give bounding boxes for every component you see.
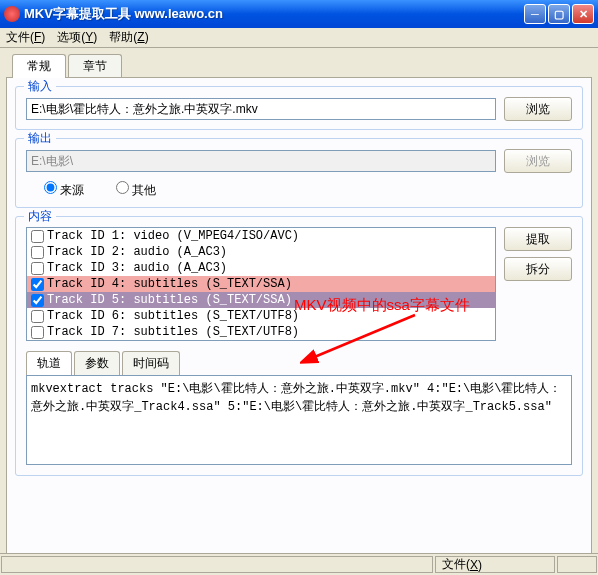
input-browse-button[interactable]: 浏览 <box>504 97 572 121</box>
track-text: Track ID 4: subtitles (S_TEXT/SSA) <box>47 277 292 291</box>
menu-options[interactable]: 选项(Y) <box>57 29 97 46</box>
output-group: 输出 浏览 来源 其他 <box>15 138 583 208</box>
minimize-button[interactable]: ─ <box>524 4 546 24</box>
close-button[interactable]: ✕ <box>572 4 594 24</box>
track-row[interactable]: Track ID 2: audio (A_AC3) <box>27 244 495 260</box>
output-path[interactable] <box>26 150 496 172</box>
output-label: 输出 <box>24 130 56 147</box>
content-group: 内容 Track ID 1: video (V_MPEG4/ISO/AVC)Tr… <box>15 216 583 476</box>
tab-content: 输入 浏览 输出 浏览 来源 其他 内容 Track ID 1: video (… <box>6 77 592 575</box>
track-row[interactable]: Track ID 6: subtitles (S_TEXT/UTF8) <box>27 308 495 324</box>
track-text: Track ID 3: audio (A_AC3) <box>47 261 227 275</box>
track-text: Track ID 5: subtitles (S_TEXT/SSA) <box>47 293 292 307</box>
titlebar: MKV字幕提取工具 www.leawo.cn ─ ▢ ✕ <box>0 0 598 28</box>
radio-other[interactable]: 其他 <box>116 183 156 197</box>
input-group: 输入 浏览 <box>15 86 583 130</box>
input-label: 输入 <box>24 78 56 95</box>
track-text: Track ID 6: subtitles (S_TEXT/UTF8) <box>47 309 299 323</box>
track-checkbox[interactable] <box>31 230 44 243</box>
titlebar-text: MKV字幕提取工具 www.leawo.cn <box>24 5 522 23</box>
inner-tab-timecode[interactable]: 时间码 <box>122 351 180 375</box>
status-file[interactable]: 文件(X) <box>435 556 555 573</box>
app-icon <box>4 6 20 22</box>
command-output[interactable]: mkvextract tracks "E:\电影\霍比特人：意外之旅.中英双字.… <box>26 375 572 465</box>
menu-file[interactable]: 文件(F) <box>6 29 45 46</box>
track-checkbox[interactable] <box>31 310 44 323</box>
track-text: Track ID 2: audio (A_AC3) <box>47 245 227 259</box>
track-list[interactable]: Track ID 1: video (V_MPEG4/ISO/AVC)Track… <box>26 227 496 341</box>
status-right <box>557 556 597 573</box>
maximize-button[interactable]: ▢ <box>548 4 570 24</box>
statusbar: 文件(X) <box>0 553 598 575</box>
extract-button[interactable]: 提取 <box>504 227 572 251</box>
output-browse-button: 浏览 <box>504 149 572 173</box>
track-checkbox[interactable] <box>31 262 44 275</box>
menu-help[interactable]: 帮助(Z) <box>109 29 148 46</box>
menubar: 文件(F) 选项(Y) 帮助(Z) <box>0 28 598 48</box>
track-row[interactable]: Track ID 4: subtitles (S_TEXT/SSA) <box>27 276 495 292</box>
track-checkbox[interactable] <box>31 294 44 307</box>
track-checkbox[interactable] <box>31 246 44 259</box>
track-row[interactable]: Track ID 5: subtitles (S_TEXT/SSA) <box>27 292 495 308</box>
track-row[interactable]: Track ID 1: video (V_MPEG4/ISO/AVC) <box>27 228 495 244</box>
radio-source[interactable]: 来源 <box>44 183 84 197</box>
content-label: 内容 <box>24 208 56 225</box>
track-text: Track ID 1: video (V_MPEG4/ISO/AVC) <box>47 229 299 243</box>
main-tabs: 常规 章节 <box>12 54 598 78</box>
tab-general[interactable]: 常规 <box>12 54 66 78</box>
inner-tab-params[interactable]: 参数 <box>74 351 120 375</box>
status-left <box>1 556 433 573</box>
track-row[interactable]: Track ID 3: audio (A_AC3) <box>27 260 495 276</box>
track-checkbox[interactable] <box>31 278 44 291</box>
input-path[interactable] <box>26 98 496 120</box>
track-row[interactable]: Track ID 7: subtitles (S_TEXT/UTF8) <box>27 324 495 340</box>
track-checkbox[interactable] <box>31 326 44 339</box>
inner-tabs: 轨道 参数 时间码 <box>26 351 572 375</box>
inner-tab-track[interactable]: 轨道 <box>26 351 72 375</box>
split-button[interactable]: 拆分 <box>504 257 572 281</box>
tab-chapters[interactable]: 章节 <box>68 54 122 78</box>
track-text: Track ID 7: subtitles (S_TEXT/UTF8) <box>47 325 299 339</box>
